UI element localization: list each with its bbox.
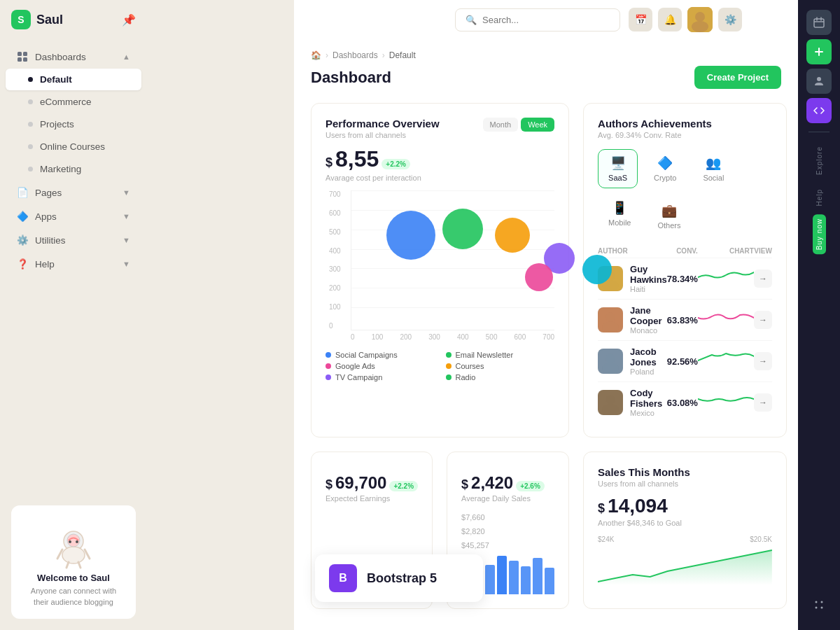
view-cell-2: →	[754, 341, 772, 382]
earnings-value-row: $ 69,700 +2.2%	[326, 473, 418, 493]
sidebar: S Saul 📌 Dashboards ▲	[0, 0, 147, 630]
nav-group-apps: 🔷 Apps ▼	[0, 205, 147, 227]
author-tab-social[interactable]: 👥 Social	[692, 149, 734, 188]
bootstrap-icon: B	[329, 564, 357, 592]
right-dots-icon[interactable]	[806, 592, 832, 617]
authors-subtitle: Avg. 69.34% Conv. Rate	[598, 131, 712, 139]
sales-chart	[598, 543, 772, 585]
sidebar-header: S Saul 📌	[0, 0, 147, 39]
svg-point-21	[602, 321, 619, 332]
app-name: Saul	[36, 13, 63, 27]
apps-icon: 🔷	[17, 211, 28, 222]
pages-icon: 📄	[17, 187, 28, 198]
svg-line-8	[85, 550, 90, 559]
author-avatar-2	[598, 349, 623, 374]
others-tab-icon: 💼	[662, 203, 677, 218]
daily-v3: $45,257	[461, 539, 554, 553]
author-tab-crypto[interactable]: 🔷 Crypto	[643, 149, 687, 188]
sales-month-card: Sales This Months Users from all channel…	[583, 451, 787, 609]
legend-google: Google Ads	[326, 362, 435, 370]
svg-point-27	[602, 404, 619, 415]
right-calendar-icon[interactable]	[806, 10, 832, 35]
daily-value-row: $ 2,420 +2.6%	[461, 473, 554, 493]
default-label: Default	[40, 74, 72, 85]
welcome-subtitle: Anyone can connect with their audience b…	[22, 586, 125, 608]
right-user-icon[interactable]	[806, 69, 832, 94]
svg-line-10	[78, 562, 80, 568]
author-tab-saas[interactable]: 🖥️ SaaS	[598, 149, 638, 188]
bubble-social	[386, 211, 435, 260]
chart-area: 700 600 500 400 300 200 100 0	[351, 190, 554, 341]
sidebar-item-ecommerce[interactable]: eCommerce	[6, 91, 141, 113]
daily-label: Average Daily Sales	[461, 494, 554, 503]
notification-icon[interactable]: 🔔	[658, 8, 682, 31]
legend-courses: Courses	[446, 362, 555, 370]
legend-email-label: Email Newsletter	[456, 351, 514, 359]
bar-8	[545, 568, 554, 594]
welcome-card: Welcome to Saul Anyone can connect with …	[11, 505, 136, 619]
mobile-tab-label: Mobile	[608, 218, 631, 227]
col-author: AUTHOR	[598, 244, 667, 258]
view-btn-2[interactable]: →	[754, 352, 772, 370]
breadcrumb-dashboards[interactable]: Dashboards	[332, 50, 378, 60]
sidebar-item-utilities[interactable]: ⚙️ Utilities ▼	[6, 229, 141, 251]
chart-cell-2	[698, 341, 754, 382]
svg-rect-3	[23, 57, 27, 62]
help-chevron: ▼	[122, 260, 130, 268]
author-info-3: Cody Fishers Mexico	[598, 388, 667, 417]
bubble-red	[525, 263, 553, 291]
legend-email-dot	[446, 352, 451, 358]
calendar-icon[interactable]: 📅	[629, 8, 652, 31]
svg-rect-0	[18, 52, 22, 56]
bootstrap-badge: B Bootstrap 5	[315, 554, 483, 602]
projects-label: Projects	[40, 119, 74, 130]
sidebar-item-online-courses[interactable]: Online Courses	[6, 136, 141, 158]
metric-dollar: $	[326, 155, 332, 170]
sidebar-item-marketing[interactable]: Marketing	[6, 158, 141, 180]
view-btn-0[interactable]: →	[754, 270, 772, 288]
conv-rate-1: 63.83%	[667, 300, 698, 341]
welcome-title: Welcome to Saul	[22, 573, 125, 583]
chart-legend: Social Campaigns Email Newsletter Google…	[326, 351, 554, 382]
right-code-icon[interactable]	[806, 98, 832, 123]
buy-label[interactable]: Buy now	[813, 214, 826, 254]
tab-month[interactable]: Month	[483, 118, 519, 132]
search-box[interactable]: 🔍	[455, 8, 620, 31]
daily-number: 2,420	[471, 473, 513, 493]
svg-point-36	[821, 601, 823, 603]
sidebar-item-dashboards[interactable]: Dashboards ▲	[6, 46, 141, 68]
utilities-chevron: ▼	[122, 236, 130, 244]
legend-google-label: Google Ads	[335, 362, 375, 370]
pin-icon[interactable]: 📌	[122, 13, 136, 27]
settings-icon[interactable]: ⚙️	[718, 8, 742, 31]
view-btn-3[interactable]: →	[754, 393, 772, 412]
table-row: Cody Fishers Mexico 63.08% →	[598, 382, 772, 424]
author-tab-mobile[interactable]: 📱 Mobile	[598, 194, 641, 236]
legend-radio-label: Radio	[456, 373, 476, 382]
search-input[interactable]	[482, 15, 610, 25]
create-project-button[interactable]: Create Project	[694, 66, 781, 89]
saas-tab-icon: 🖥️	[610, 155, 626, 171]
view-btn-1[interactable]: →	[754, 311, 772, 329]
sidebar-item-apps[interactable]: 🔷 Apps ▼	[6, 205, 141, 227]
right-add-icon[interactable]	[806, 39, 832, 64]
others-tab-label: Others	[657, 221, 680, 230]
avatar[interactable]	[687, 7, 713, 32]
breadcrumb: 🏠 › Dashboards › Default	[311, 50, 781, 60]
sidebar-item-pages[interactable]: 📄 Pages ▼	[6, 181, 141, 204]
author-tab-others[interactable]: 💼 Others	[647, 197, 691, 236]
explore-label[interactable]: Explore	[816, 141, 823, 181]
view-cell-3: →	[754, 382, 772, 424]
sidebar-item-projects[interactable]: Projects	[6, 113, 141, 135]
marketing-label: Marketing	[40, 164, 81, 174]
bootstrap-label: Bootstrap 5	[367, 571, 437, 586]
table-row: Guy Hawkins Haiti 78.34% →	[598, 258, 772, 300]
sales-note: Another $48,346 to Goal	[598, 519, 772, 527]
sidebar-item-help[interactable]: ❓ Help ▼	[6, 253, 141, 275]
sidebar-item-default[interactable]: Default	[6, 69, 141, 90]
tab-week[interactable]: Week	[521, 118, 554, 132]
help-label-right[interactable]: Help	[816, 183, 823, 212]
earnings-label: Expected Earnings	[326, 494, 418, 503]
mini-chart-0	[698, 267, 754, 288]
table-row: Jacob Jones Poland 92.56% →	[598, 341, 772, 382]
